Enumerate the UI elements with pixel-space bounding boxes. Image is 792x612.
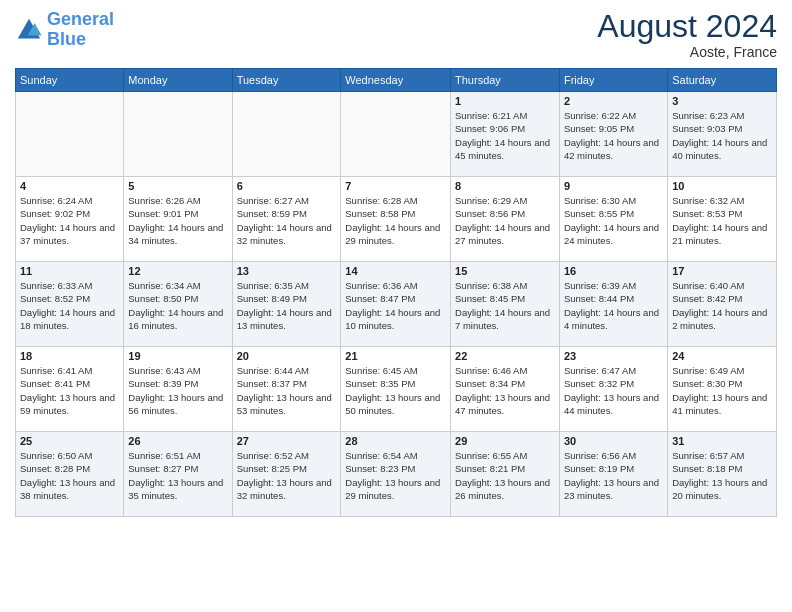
day-cell: 21Sunrise: 6:45 AM Sunset: 8:35 PM Dayli… bbox=[341, 347, 451, 432]
day-cell: 22Sunrise: 6:46 AM Sunset: 8:34 PM Dayli… bbox=[451, 347, 560, 432]
day-cell: 30Sunrise: 6:56 AM Sunset: 8:19 PM Dayli… bbox=[559, 432, 667, 517]
location: Aoste, France bbox=[597, 44, 777, 60]
week-row-4: 18Sunrise: 6:41 AM Sunset: 8:41 PM Dayli… bbox=[16, 347, 777, 432]
day-cell: 28Sunrise: 6:54 AM Sunset: 8:23 PM Dayli… bbox=[341, 432, 451, 517]
day-number: 13 bbox=[237, 265, 337, 277]
day-info: Sunrise: 6:57 AM Sunset: 8:18 PM Dayligh… bbox=[672, 449, 772, 502]
day-info: Sunrise: 6:34 AM Sunset: 8:50 PM Dayligh… bbox=[128, 279, 227, 332]
day-info: Sunrise: 6:45 AM Sunset: 8:35 PM Dayligh… bbox=[345, 364, 446, 417]
day-info: Sunrise: 6:51 AM Sunset: 8:27 PM Dayligh… bbox=[128, 449, 227, 502]
day-number: 14 bbox=[345, 265, 446, 277]
day-info: Sunrise: 6:27 AM Sunset: 8:59 PM Dayligh… bbox=[237, 194, 337, 247]
day-cell: 13Sunrise: 6:35 AM Sunset: 8:49 PM Dayli… bbox=[232, 262, 341, 347]
day-number: 10 bbox=[672, 180, 772, 192]
day-number: 8 bbox=[455, 180, 555, 192]
week-row-3: 11Sunrise: 6:33 AM Sunset: 8:52 PM Dayli… bbox=[16, 262, 777, 347]
page: General Blue August 2024 Aoste, France S… bbox=[0, 0, 792, 527]
day-number: 21 bbox=[345, 350, 446, 362]
day-cell: 15Sunrise: 6:38 AM Sunset: 8:45 PM Dayli… bbox=[451, 262, 560, 347]
day-info: Sunrise: 6:44 AM Sunset: 8:37 PM Dayligh… bbox=[237, 364, 337, 417]
day-cell: 6Sunrise: 6:27 AM Sunset: 8:59 PM Daylig… bbox=[232, 177, 341, 262]
day-cell: 11Sunrise: 6:33 AM Sunset: 8:52 PM Dayli… bbox=[16, 262, 124, 347]
day-info: Sunrise: 6:56 AM Sunset: 8:19 PM Dayligh… bbox=[564, 449, 663, 502]
calendar-table: Sunday Monday Tuesday Wednesday Thursday… bbox=[15, 68, 777, 517]
day-number: 29 bbox=[455, 435, 555, 447]
day-info: Sunrise: 6:47 AM Sunset: 8:32 PM Dayligh… bbox=[564, 364, 663, 417]
week-row-5: 25Sunrise: 6:50 AM Sunset: 8:28 PM Dayli… bbox=[16, 432, 777, 517]
day-info: Sunrise: 6:38 AM Sunset: 8:45 PM Dayligh… bbox=[455, 279, 555, 332]
logo-text: General Blue bbox=[47, 10, 114, 50]
day-number: 1 bbox=[455, 95, 555, 107]
day-number: 19 bbox=[128, 350, 227, 362]
day-info: Sunrise: 6:29 AM Sunset: 8:56 PM Dayligh… bbox=[455, 194, 555, 247]
day-number: 30 bbox=[564, 435, 663, 447]
col-saturday: Saturday bbox=[668, 69, 777, 92]
day-cell: 2Sunrise: 6:22 AM Sunset: 9:05 PM Daylig… bbox=[559, 92, 667, 177]
day-info: Sunrise: 6:52 AM Sunset: 8:25 PM Dayligh… bbox=[237, 449, 337, 502]
day-number: 26 bbox=[128, 435, 227, 447]
header-row: Sunday Monday Tuesday Wednesday Thursday… bbox=[16, 69, 777, 92]
day-number: 2 bbox=[564, 95, 663, 107]
day-info: Sunrise: 6:23 AM Sunset: 9:03 PM Dayligh… bbox=[672, 109, 772, 162]
day-cell: 20Sunrise: 6:44 AM Sunset: 8:37 PM Dayli… bbox=[232, 347, 341, 432]
day-cell: 16Sunrise: 6:39 AM Sunset: 8:44 PM Dayli… bbox=[559, 262, 667, 347]
logo-general: General bbox=[47, 9, 114, 29]
day-cell bbox=[341, 92, 451, 177]
day-number: 25 bbox=[20, 435, 119, 447]
day-cell bbox=[124, 92, 232, 177]
title-area: August 2024 Aoste, France bbox=[597, 10, 777, 60]
day-cell: 25Sunrise: 6:50 AM Sunset: 8:28 PM Dayli… bbox=[16, 432, 124, 517]
day-cell: 31Sunrise: 6:57 AM Sunset: 8:18 PM Dayli… bbox=[668, 432, 777, 517]
day-cell: 7Sunrise: 6:28 AM Sunset: 8:58 PM Daylig… bbox=[341, 177, 451, 262]
day-cell: 9Sunrise: 6:30 AM Sunset: 8:55 PM Daylig… bbox=[559, 177, 667, 262]
day-number: 11 bbox=[20, 265, 119, 277]
day-number: 27 bbox=[237, 435, 337, 447]
day-cell: 27Sunrise: 6:52 AM Sunset: 8:25 PM Dayli… bbox=[232, 432, 341, 517]
day-number: 7 bbox=[345, 180, 446, 192]
header: General Blue August 2024 Aoste, France bbox=[15, 10, 777, 60]
day-info: Sunrise: 6:39 AM Sunset: 8:44 PM Dayligh… bbox=[564, 279, 663, 332]
day-number: 24 bbox=[672, 350, 772, 362]
day-cell: 12Sunrise: 6:34 AM Sunset: 8:50 PM Dayli… bbox=[124, 262, 232, 347]
day-number: 18 bbox=[20, 350, 119, 362]
col-monday: Monday bbox=[124, 69, 232, 92]
day-info: Sunrise: 6:41 AM Sunset: 8:41 PM Dayligh… bbox=[20, 364, 119, 417]
day-number: 22 bbox=[455, 350, 555, 362]
month-title: August 2024 bbox=[597, 10, 777, 42]
day-cell: 8Sunrise: 6:29 AM Sunset: 8:56 PM Daylig… bbox=[451, 177, 560, 262]
day-info: Sunrise: 6:22 AM Sunset: 9:05 PM Dayligh… bbox=[564, 109, 663, 162]
day-info: Sunrise: 6:50 AM Sunset: 8:28 PM Dayligh… bbox=[20, 449, 119, 502]
day-info: Sunrise: 6:43 AM Sunset: 8:39 PM Dayligh… bbox=[128, 364, 227, 417]
day-info: Sunrise: 6:49 AM Sunset: 8:30 PM Dayligh… bbox=[672, 364, 772, 417]
day-number: 4 bbox=[20, 180, 119, 192]
day-number: 6 bbox=[237, 180, 337, 192]
day-number: 9 bbox=[564, 180, 663, 192]
day-number: 17 bbox=[672, 265, 772, 277]
day-cell: 4Sunrise: 6:24 AM Sunset: 9:02 PM Daylig… bbox=[16, 177, 124, 262]
col-thursday: Thursday bbox=[451, 69, 560, 92]
day-number: 5 bbox=[128, 180, 227, 192]
day-cell bbox=[16, 92, 124, 177]
day-info: Sunrise: 6:54 AM Sunset: 8:23 PM Dayligh… bbox=[345, 449, 446, 502]
week-row-2: 4Sunrise: 6:24 AM Sunset: 9:02 PM Daylig… bbox=[16, 177, 777, 262]
day-info: Sunrise: 6:36 AM Sunset: 8:47 PM Dayligh… bbox=[345, 279, 446, 332]
day-info: Sunrise: 6:32 AM Sunset: 8:53 PM Dayligh… bbox=[672, 194, 772, 247]
day-cell: 17Sunrise: 6:40 AM Sunset: 8:42 PM Dayli… bbox=[668, 262, 777, 347]
week-row-1: 1Sunrise: 6:21 AM Sunset: 9:06 PM Daylig… bbox=[16, 92, 777, 177]
day-cell: 14Sunrise: 6:36 AM Sunset: 8:47 PM Dayli… bbox=[341, 262, 451, 347]
day-info: Sunrise: 6:30 AM Sunset: 8:55 PM Dayligh… bbox=[564, 194, 663, 247]
day-info: Sunrise: 6:55 AM Sunset: 8:21 PM Dayligh… bbox=[455, 449, 555, 502]
logo-icon bbox=[15, 16, 43, 44]
day-number: 3 bbox=[672, 95, 772, 107]
day-info: Sunrise: 6:40 AM Sunset: 8:42 PM Dayligh… bbox=[672, 279, 772, 332]
day-number: 23 bbox=[564, 350, 663, 362]
day-cell: 5Sunrise: 6:26 AM Sunset: 9:01 PM Daylig… bbox=[124, 177, 232, 262]
day-info: Sunrise: 6:33 AM Sunset: 8:52 PM Dayligh… bbox=[20, 279, 119, 332]
col-friday: Friday bbox=[559, 69, 667, 92]
day-info: Sunrise: 6:24 AM Sunset: 9:02 PM Dayligh… bbox=[20, 194, 119, 247]
day-cell: 23Sunrise: 6:47 AM Sunset: 8:32 PM Dayli… bbox=[559, 347, 667, 432]
day-info: Sunrise: 6:46 AM Sunset: 8:34 PM Dayligh… bbox=[455, 364, 555, 417]
day-number: 16 bbox=[564, 265, 663, 277]
col-wednesday: Wednesday bbox=[341, 69, 451, 92]
col-sunday: Sunday bbox=[16, 69, 124, 92]
